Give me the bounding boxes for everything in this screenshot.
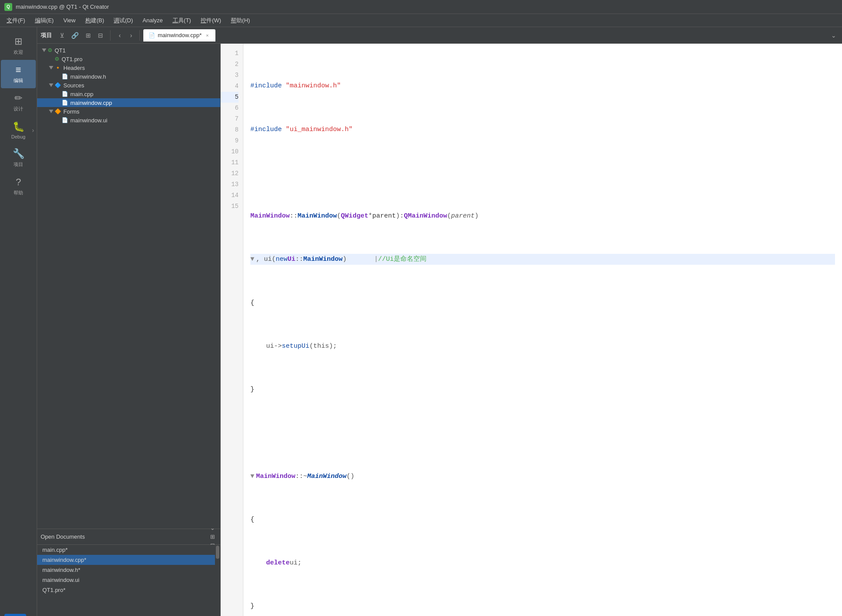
doc-item-mainwindow-h[interactable]: mainwindow.h* bbox=[37, 565, 220, 575]
toolbar-expand-btn[interactable]: ⊞ bbox=[83, 31, 94, 40]
tree-arrow-forms bbox=[48, 108, 55, 115]
line-num-15: 15 bbox=[221, 201, 239, 212]
qt1-badge[interactable]: QT1 bbox=[4, 614, 26, 616]
tree-item-sources[interactable]: 🔷 Sources bbox=[37, 81, 220, 90]
mainwindow-cpp-icon: 📄 bbox=[62, 100, 68, 106]
tree-item-qt1pro[interactable]: ⚙ QT1.pro bbox=[37, 55, 220, 63]
help-icon: ? bbox=[16, 176, 21, 188]
menu-help[interactable]: 帮助(H) bbox=[226, 15, 254, 26]
code-line-12: delete ui; bbox=[250, 557, 835, 568]
doc-item-mainwindow-cpp[interactable]: mainwindow.cpp* bbox=[37, 555, 220, 565]
docs-scrollbar-thumb[interactable] bbox=[216, 546, 219, 559]
menu-edit[interactable]: 编辑(E) bbox=[31, 15, 58, 26]
line-num-9: 9 bbox=[221, 135, 239, 146]
sidebar-item-welcome[interactable]: ⊞ 欢迎 bbox=[1, 31, 36, 60]
open-docs-title: Open Documents bbox=[41, 533, 85, 540]
forms-icon: 🔶 bbox=[55, 108, 61, 114]
tab-label: mainwindow.cpp* bbox=[158, 32, 201, 38]
tree-item-mainwindow-ui[interactable]: 📄 mainwindow.ui bbox=[37, 116, 220, 125]
toolbar-separator bbox=[110, 30, 111, 41]
menu-analyze[interactable]: Analyze bbox=[138, 15, 167, 25]
toolbar-link-btn[interactable]: 🔗 bbox=[69, 31, 81, 40]
code-line-7: ui->setupUi(this); bbox=[250, 341, 835, 352]
toolbar-separator2 bbox=[139, 30, 140, 41]
tree-arrow-headers bbox=[48, 64, 55, 71]
main-layout: ⊞ 欢迎 ≡ 编辑 ✏ 设计 🐛 Debug 🔧 项目 ? 帮助 项目 ⊻ bbox=[0, 27, 842, 616]
toolbar-filter-btn[interactable]: ⊻ bbox=[57, 31, 67, 40]
menu-tools[interactable]: 工具(T) bbox=[168, 15, 196, 26]
app-icon-label: Q bbox=[7, 4, 10, 9]
sidebar-item-edit[interactable]: ≡ 编辑 bbox=[1, 60, 36, 88]
tab-nav-next[interactable]: › bbox=[126, 31, 136, 40]
code-line-13: } bbox=[250, 601, 835, 612]
menu-view[interactable]: View bbox=[59, 15, 80, 25]
menu-file[interactable]: 文件(F) bbox=[2, 15, 30, 26]
doc-item-mainwindow-ui[interactable]: mainwindow.ui bbox=[37, 575, 220, 585]
open-docs-ctrl-dropdown[interactable]: ⌄ bbox=[208, 524, 217, 533]
sidebar-label-debug: Debug bbox=[11, 134, 25, 139]
sidebar-label-welcome: 欢迎 bbox=[14, 49, 23, 55]
doc-label-mainwindow-ui: mainwindow.ui bbox=[42, 577, 80, 583]
sidebar-item-debug[interactable]: 🐛 Debug bbox=[1, 117, 36, 144]
toolbar-strip: 项目 ⊻ 🔗 ⊞ ⊟ ‹ › 📄 mainwindow.cpp* × ⌄ bbox=[37, 27, 842, 44]
code-line-9 bbox=[250, 427, 835, 438]
icon-sidebar: ⊞ 欢迎 ≡ 编辑 ✏ 设计 🐛 Debug 🔧 项目 ? 帮助 bbox=[0, 27, 37, 616]
mainwindow-ui-icon: 📄 bbox=[62, 117, 68, 123]
tree-label-mainwindow-h: mainwindow.h bbox=[70, 73, 106, 80]
doc-label-main-cpp: main.cpp* bbox=[42, 547, 68, 553]
sidebar-label-design: 设计 bbox=[14, 106, 23, 112]
main-cpp-icon: 📄 bbox=[62, 91, 68, 97]
tree-item-mainwindow-cpp[interactable]: 📄 mainwindow.cpp bbox=[37, 98, 220, 107]
headers-icon: 🔸 bbox=[55, 65, 61, 71]
menu-build[interactable]: 构建(B) bbox=[81, 15, 108, 26]
doc-label-mainwindow-h: mainwindow.h* bbox=[42, 567, 80, 573]
tree-item-headers[interactable]: 🔸 Headers bbox=[37, 63, 220, 72]
sidebar-item-projects[interactable]: 🔧 项目 bbox=[1, 144, 36, 172]
open-docs-panel: Open Documents ⌄ ⊞ ⊟ main.cpp* mainwindo… bbox=[37, 529, 220, 616]
tab-close-btn[interactable]: × bbox=[204, 32, 210, 38]
editor-tab-mainwindow-cpp[interactable]: 📄 mainwindow.cpp* × bbox=[143, 29, 215, 42]
toolbar-collapse-btn[interactable]: ⊟ bbox=[95, 31, 106, 40]
line-num-13: 13 bbox=[221, 179, 239, 190]
code-line-10: ▼ MainWindow::~MainWindow() bbox=[250, 471, 835, 482]
menu-debug[interactable]: 调试(D) bbox=[109, 15, 137, 26]
sidebar-item-help[interactable]: ? 帮助 bbox=[1, 172, 36, 201]
panel-toolbar-title: 项目 bbox=[41, 31, 52, 39]
content-area: ⚙ QT1 ⚙ QT1.pro 🔸 H bbox=[37, 44, 842, 616]
app-icon: Q bbox=[4, 3, 12, 11]
code-editor[interactable]: 1 2 3 4 5 6 7 8 9 10 11 12 13 14 bbox=[221, 44, 842, 616]
doc-item-main-cpp[interactable]: main.cpp* bbox=[37, 545, 220, 555]
code-content[interactable]: #include "mainwindow.h" #include "ui_mai… bbox=[243, 44, 842, 616]
doc-item-qt1pro[interactable]: QT1.pro* bbox=[37, 585, 220, 595]
code-line-8: } bbox=[250, 384, 835, 395]
doc-label-qt1pro: QT1.pro* bbox=[42, 587, 66, 593]
line-num-2: 2 bbox=[221, 59, 239, 70]
tree-arrow-qt1pro bbox=[48, 55, 55, 62]
line-num-8: 8 bbox=[221, 125, 239, 135]
line-num-11: 11 bbox=[221, 157, 239, 168]
mainwindow-h-icon: 📄 bbox=[62, 73, 68, 80]
qt1pro-icon: ⚙ bbox=[55, 56, 59, 62]
tree-arrow-mainwindow-ui bbox=[55, 117, 62, 124]
tab-nav-prev[interactable]: ‹ bbox=[115, 31, 125, 40]
tree-arrow-sources bbox=[48, 82, 55, 89]
line-num-10: 10 bbox=[221, 146, 239, 157]
tree-label-forms: Forms bbox=[63, 108, 80, 115]
projects-icon: 🔧 bbox=[13, 148, 24, 159]
tree-item-main-cpp[interactable]: 📄 main.cpp bbox=[37, 90, 220, 98]
open-docs-header: Open Documents ⌄ ⊞ ⊟ bbox=[37, 529, 220, 545]
tab-options-btn[interactable]: ⌄ bbox=[829, 31, 839, 40]
tree-label-mainwindow-cpp: mainwindow.cpp bbox=[70, 100, 112, 106]
line-num-7: 7 bbox=[221, 114, 239, 125]
tree-label-headers: Headers bbox=[63, 65, 85, 71]
tree-item-qt1[interactable]: ⚙ QT1 bbox=[37, 46, 220, 55]
tree-item-mainwindow-h[interactable]: 📄 mainwindow.h bbox=[37, 72, 220, 81]
sidebar-item-design[interactable]: ✏ 设计 bbox=[1, 88, 36, 117]
tree-item-forms[interactable]: 🔶 Forms bbox=[37, 107, 220, 116]
open-docs-ctrl-split[interactable]: ⊞ bbox=[208, 533, 217, 541]
panel-area: 项目 ⊻ 🔗 ⊞ ⊟ ‹ › 📄 mainwindow.cpp* × ⌄ bbox=[37, 27, 842, 616]
menu-widgets[interactable]: 控件(W) bbox=[196, 15, 225, 26]
line-num-6: 6 bbox=[221, 103, 239, 114]
docs-scrollbar[interactable] bbox=[215, 545, 220, 616]
line-num-14: 14 bbox=[221, 190, 239, 201]
